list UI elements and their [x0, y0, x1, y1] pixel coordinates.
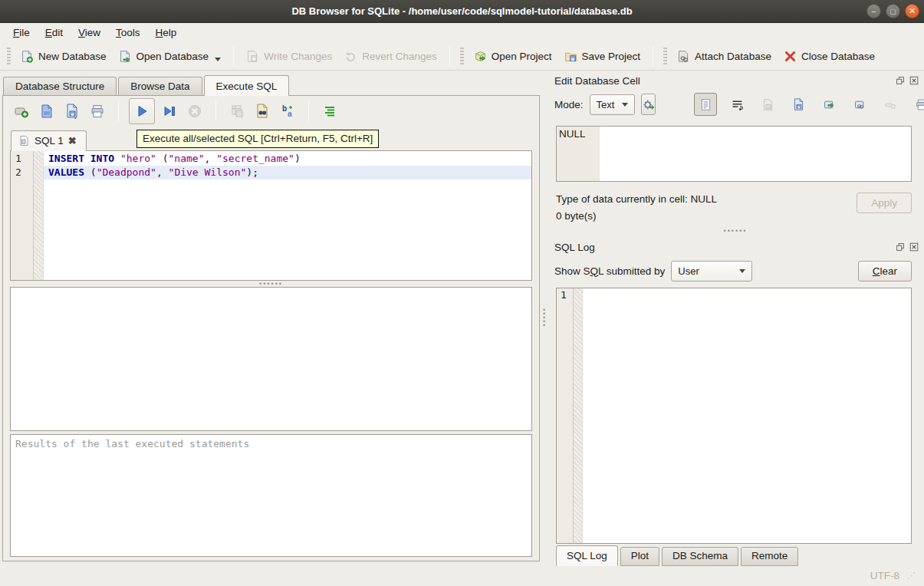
tab-browse-data[interactable]: Browse Data [118, 77, 202, 96]
horizontal-splitter[interactable]: •••••• [3, 281, 539, 287]
close-dock-icon[interactable] [909, 75, 919, 86]
replace-in-sql-button[interactable]: ba [277, 100, 298, 122]
close-database-button[interactable]: Close Database [778, 47, 881, 66]
format-sql-button[interactable] [319, 100, 340, 122]
close-button[interactable]: ✕ [905, 4, 919, 18]
chevron-down-icon [622, 103, 628, 107]
print-sql-button[interactable] [87, 100, 108, 122]
execute-current-line-button[interactable] [159, 100, 180, 122]
submitted-by-select[interactable]: User [671, 261, 752, 281]
save-project-label: Save Project [582, 51, 641, 62]
attach-database-icon [677, 50, 690, 63]
sql-file-tab-label: SQL 1 [35, 135, 64, 146]
gear-icon [642, 98, 655, 111]
dock-tab-sql-log[interactable]: SQL Log [556, 545, 618, 566]
edit-cell-title: Edit Database Cell [554, 75, 895, 87]
minimize-button[interactable]: − [866, 4, 881, 18]
auto-apply-button[interactable] [641, 94, 656, 115]
sql-file-tab[interactable]: SQL 1 ✖ [11, 130, 87, 151]
float-dock-icon[interactable] [895, 75, 906, 86]
log-line-number-gutter: 1 [557, 288, 574, 543]
cell-info-row: Type of data currently in cell: NULL 0 b… [547, 182, 924, 225]
sql-toolbar-separator [215, 101, 216, 121]
svg-text:a: a [288, 110, 292, 118]
show-sql-label: Show SQL submitted by [554, 265, 665, 277]
text-mode-button[interactable] [694, 93, 717, 116]
menu-file[interactable]: File [6, 25, 37, 41]
edit-cell-dock-header: Edit Database Cell [547, 71, 924, 89]
sql-log-dock-header: SQL Log [547, 237, 924, 255]
menu-help[interactable]: Help [149, 25, 184, 41]
mode-select[interactable]: Text [590, 94, 636, 115]
revert-changes-icon [344, 50, 357, 63]
menu-view[interactable]: View [71, 25, 107, 41]
vertical-splitter[interactable]: ••••• [541, 71, 547, 565]
tab-execute-sql[interactable]: Execute SQL [204, 75, 290, 96]
close-sql-tab-icon[interactable]: ✖ [68, 135, 77, 146]
results-placeholder-text: Results of the last executed statements [15, 438, 249, 449]
main-toolbar: New Database Open Database Write Changes… [0, 42, 924, 71]
close-dock-icon[interactable] [909, 242, 919, 252]
resize-grip[interactable]: ⋰ [907, 571, 915, 581]
log-fold-margin [574, 288, 583, 543]
dock-tab-remote[interactable]: Remote [741, 547, 798, 566]
dock-area: Edit Database Cell Mode: Text [547, 71, 924, 565]
dock-tab-db-schema[interactable]: DB Schema [662, 547, 738, 566]
word-wrap-button[interactable] [726, 94, 748, 115]
attach-database-button[interactable]: Attach Database [671, 47, 778, 66]
dock-splitter[interactable]: •••••• [547, 225, 924, 237]
toolbar-grip[interactable] [663, 48, 667, 64]
print-cell-button[interactable] [910, 94, 924, 115]
menu-edit[interactable]: Edit [38, 25, 70, 41]
menu-tools[interactable]: Tools [109, 25, 147, 41]
code-line[interactable]: INSERT INTO "hero" ("name", "secret_name… [44, 152, 531, 166]
toolbar-grip[interactable] [7, 48, 11, 64]
save-results-icon [229, 104, 245, 119]
external-link-icon [853, 98, 866, 111]
cell-size-info: 0 byte(s) [556, 208, 857, 225]
sql-log-text-area[interactable]: 1 [556, 288, 912, 544]
find-in-sql-button[interactable] [252, 100, 273, 122]
open-sql-file-button[interactable] [36, 100, 58, 122]
log-line-number: 1 [561, 289, 567, 301]
open-database-button[interactable]: Open Database [113, 47, 228, 66]
cell-value-text: NULL [559, 128, 586, 140]
app-window: DB Browser for SQLite - /home/user/code/… [0, 0, 924, 586]
tab-database-structure[interactable]: Database Structure [3, 77, 117, 96]
new-database-button[interactable]: New Database [15, 47, 113, 66]
results-message-pane[interactable]: Results of the last executed statements [10, 434, 532, 557]
new-database-icon [21, 50, 34, 63]
revert-changes-label: Revert Changes [362, 51, 437, 62]
open-project-button[interactable]: Open Project [468, 47, 558, 66]
cell-type-info: Type of data currently in cell: NULL [556, 191, 857, 208]
svg-text:b: b [282, 104, 287, 113]
float-dock-icon[interactable] [895, 242, 906, 252]
save-sql-file-button[interactable] [61, 100, 83, 122]
sql-toolbar-separator [118, 101, 119, 121]
toolbar-separator [653, 46, 653, 66]
apply-button: Apply [857, 193, 912, 213]
cell-value-editor[interactable]: NULL [556, 126, 912, 182]
sql-toolbar: ba [3, 96, 539, 127]
sql-code-lines[interactable]: INSERT INTO "hero" ("name", "secret_name… [44, 151, 531, 280]
execute-all-button[interactable] [129, 98, 155, 124]
results-grid[interactable] [10, 287, 532, 431]
save-project-button[interactable]: Save Project [558, 47, 647, 66]
toolbar-grip[interactable] [460, 48, 464, 64]
open-in-external-button[interactable] [849, 94, 870, 115]
write-changes-icon [246, 50, 259, 63]
export-cell-data-button[interactable] [818, 94, 840, 115]
dock-tab-plot[interactable]: Plot [620, 547, 659, 566]
import-cell-data-button[interactable] [788, 94, 809, 115]
sql-code-editor[interactable]: 12 INSERT INTO "hero" ("name", "secret_n… [10, 150, 532, 281]
code-line[interactable]: VALUES ("Deadpond", "Dive Wilson"); [44, 166, 531, 179]
clear-log-button[interactable]: Clear [858, 261, 912, 281]
cell-editor-gutter: NULL [557, 127, 600, 181]
text-document-icon [699, 98, 712, 111]
new-sql-tab-button[interactable] [11, 100, 32, 122]
export-cell-icon [823, 98, 836, 111]
maximize-button[interactable]: □ [886, 4, 900, 18]
open-database-dropdown-caret[interactable] [215, 58, 221, 61]
stop-icon [187, 104, 202, 119]
open-sql-file-icon [39, 104, 54, 119]
